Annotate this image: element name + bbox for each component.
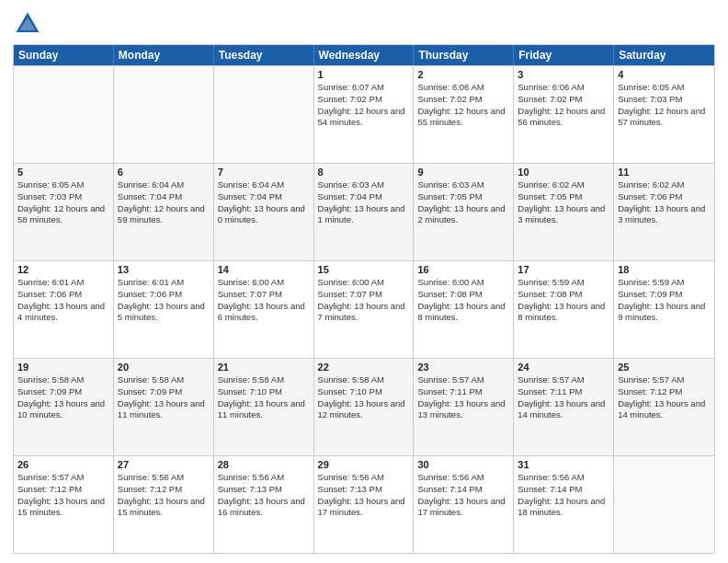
calendar-cell: 14Sunrise: 6:00 AMSunset: 7:07 PMDayligh… [214,261,314,358]
dow-friday: Friday [514,45,614,65]
sunset-line: Sunset: 7:02 PM [318,94,410,106]
calendar-week-1: 1Sunrise: 6:07 AMSunset: 7:02 PMDaylight… [14,65,714,163]
daylight-line: Daylight: 13 hours and 11 minutes. [218,398,310,422]
sunrise-line: Sunrise: 6:01 AM [118,277,210,289]
calendar-cell: 4Sunrise: 6:05 AMSunset: 7:03 PMDaylight… [614,66,714,163]
day-number: 19 [17,362,109,373]
sunrise-line: Sunrise: 5:58 AM [118,374,210,386]
day-number: 15 [318,264,410,275]
calendar-cell: 24Sunrise: 5:57 AMSunset: 7:11 PMDayligh… [514,359,614,455]
sunset-line: Sunset: 7:11 PM [518,386,609,398]
sunset-line: Sunset: 7:06 PM [118,289,210,301]
daylight-line: Daylight: 12 hours and 54 minutes. [318,106,410,130]
day-number: 2 [417,69,509,80]
calendar-week-5: 26Sunrise: 5:57 AMSunset: 7:12 PMDayligh… [14,455,714,553]
calendar-cell: 29Sunrise: 5:56 AMSunset: 7:13 PMDayligh… [314,456,415,553]
daylight-line: Daylight: 12 hours and 59 minutes. [118,203,210,227]
sunset-line: Sunset: 7:02 PM [417,94,509,106]
day-number: 14 [218,264,310,275]
sunrise-line: Sunrise: 6:00 AM [218,277,310,289]
day-number: 24 [518,362,609,373]
calendar-cell: 25Sunrise: 5:57 AMSunset: 7:12 PMDayligh… [614,359,714,455]
sunset-line: Sunset: 7:06 PM [618,191,711,203]
calendar-cell: 18Sunrise: 5:59 AMSunset: 7:09 PMDayligh… [614,261,714,358]
sunset-line: Sunset: 7:09 PM [17,386,109,398]
calendar-cell: 1Sunrise: 6:07 AMSunset: 7:02 PMDaylight… [314,66,415,163]
calendar: Sunday Monday Tuesday Wednesday Thursday… [13,44,715,554]
daylight-line: Daylight: 13 hours and 17 minutes. [417,496,509,520]
daylight-line: Daylight: 13 hours and 8 minutes. [518,301,609,325]
sunset-line: Sunset: 7:02 PM [518,94,609,106]
calendar-body: 1Sunrise: 6:07 AMSunset: 7:02 PMDaylight… [14,65,714,553]
sunset-line: Sunset: 7:10 PM [218,386,310,398]
calendar-week-3: 12Sunrise: 6:01 AMSunset: 7:06 PMDayligh… [14,260,714,358]
calendar-cell: 20Sunrise: 5:58 AMSunset: 7:09 PMDayligh… [114,359,214,455]
daylight-line: Daylight: 12 hours and 57 minutes. [618,106,711,130]
sunrise-line: Sunrise: 6:00 AM [417,277,509,289]
calendar-cell: 9Sunrise: 6:03 AMSunset: 7:05 PMDaylight… [414,164,514,260]
calendar-cell: 17Sunrise: 5:59 AMSunset: 7:08 PMDayligh… [514,261,614,358]
daylight-line: Daylight: 13 hours and 8 minutes. [417,301,509,325]
calendar-cell [14,66,114,163]
sunrise-line: Sunrise: 6:06 AM [518,82,609,94]
sunrise-line: Sunrise: 6:00 AM [318,277,410,289]
daylight-line: Daylight: 13 hours and 7 minutes. [318,301,410,325]
sunrise-line: Sunrise: 6:04 AM [218,179,310,191]
sunset-line: Sunset: 7:07 PM [218,289,310,301]
day-number: 6 [118,167,210,178]
sunset-line: Sunset: 7:05 PM [518,191,609,203]
sunrise-line: Sunrise: 6:03 AM [417,179,509,191]
sunset-line: Sunset: 7:12 PM [17,484,109,496]
day-number: 16 [417,264,509,275]
calendar-cell: 19Sunrise: 5:58 AMSunset: 7:09 PMDayligh… [14,359,114,455]
sunset-line: Sunset: 7:05 PM [417,191,509,203]
header [13,9,715,39]
daylight-line: Daylight: 13 hours and 16 minutes. [218,496,310,520]
calendar-cell: 11Sunrise: 6:02 AMSunset: 7:06 PMDayligh… [614,164,714,260]
calendar-cell [114,66,214,163]
calendar-cell [614,456,714,553]
calendar-header: Sunday Monday Tuesday Wednesday Thursday… [14,45,714,65]
dow-wednesday: Wednesday [314,45,415,65]
calendar-cell: 12Sunrise: 6:01 AMSunset: 7:06 PMDayligh… [14,261,114,358]
sunset-line: Sunset: 7:14 PM [518,484,609,496]
daylight-line: Daylight: 13 hours and 3 minutes. [618,203,711,227]
day-number: 10 [518,167,609,178]
sunrise-line: Sunrise: 5:57 AM [518,374,609,386]
day-number: 26 [17,459,109,470]
sunset-line: Sunset: 7:12 PM [118,484,210,496]
day-number: 5 [17,167,109,178]
dow-sunday: Sunday [14,45,114,65]
daylight-line: Daylight: 13 hours and 4 minutes. [17,301,109,325]
sunrise-line: Sunrise: 6:05 AM [17,179,109,191]
calendar-cell: 6Sunrise: 6:04 AMSunset: 7:04 PMDaylight… [114,164,214,260]
sunset-line: Sunset: 7:04 PM [218,191,310,203]
daylight-line: Daylight: 13 hours and 0 minutes. [218,203,310,227]
logo [13,9,46,39]
day-number: 13 [118,264,210,275]
sunset-line: Sunset: 7:13 PM [218,484,310,496]
sunrise-line: Sunrise: 5:56 AM [218,472,310,484]
calendar-cell: 22Sunrise: 5:58 AMSunset: 7:10 PMDayligh… [314,359,415,455]
sunset-line: Sunset: 7:08 PM [518,289,609,301]
dow-saturday: Saturday [614,45,714,65]
sunrise-line: Sunrise: 6:07 AM [318,82,410,94]
sunrise-line: Sunrise: 6:06 AM [417,82,509,94]
calendar-cell: 31Sunrise: 5:56 AMSunset: 7:14 PMDayligh… [514,456,614,553]
sunrise-line: Sunrise: 5:56 AM [518,472,609,484]
daylight-line: Daylight: 12 hours and 56 minutes. [518,106,609,130]
day-number: 11 [618,167,711,178]
calendar-week-4: 19Sunrise: 5:58 AMSunset: 7:09 PMDayligh… [14,358,714,455]
sunrise-line: Sunrise: 6:01 AM [17,277,109,289]
sunrise-line: Sunrise: 5:57 AM [17,472,109,484]
daylight-line: Daylight: 13 hours and 3 minutes. [518,203,609,227]
calendar-cell [214,66,314,163]
sunrise-line: Sunrise: 5:57 AM [417,374,509,386]
sunset-line: Sunset: 7:03 PM [17,191,109,203]
sunrise-line: Sunrise: 5:58 AM [218,374,310,386]
daylight-line: Daylight: 13 hours and 15 minutes. [118,496,210,520]
calendar-week-2: 5Sunrise: 6:05 AMSunset: 7:03 PMDaylight… [14,163,714,260]
day-number: 21 [218,362,310,373]
sunset-line: Sunset: 7:14 PM [417,484,509,496]
calendar-cell: 23Sunrise: 5:57 AMSunset: 7:11 PMDayligh… [414,359,514,455]
